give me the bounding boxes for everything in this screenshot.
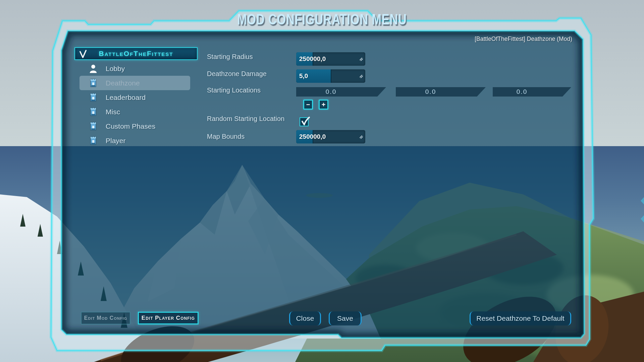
game-screen: MOD CONFIGURATION MENU [BattleOfTheFitte…: [0, 0, 644, 362]
field-label-starting-radius: Starting Radius: [207, 53, 253, 61]
location-value: 0.0: [326, 88, 357, 96]
page-title: MOD CONFIGURATION MENU: [237, 11, 407, 28]
field-label-starting-locations: Starting Locations: [207, 86, 261, 94]
sidebar-item-leaderboard[interactable]: Leaderboard: [79, 90, 190, 105]
location-value: 0.0: [517, 88, 547, 96]
sidebar-item-label: Lobby: [106, 64, 125, 72]
starting-location-value-3[interactable]: 0.0: [493, 87, 571, 97]
edit-mod-config-button[interactable]: Edit Mod Config: [81, 312, 130, 324]
mod-selector-dropdown[interactable]: BattleOfTheFittest: [74, 47, 198, 60]
castle-icon: [89, 136, 98, 145]
save-button[interactable]: Save: [329, 311, 362, 325]
starting-location-value-2[interactable]: 0.0: [396, 87, 486, 97]
field-label-map-bounds: Map Bounds: [207, 133, 245, 140]
sidebar-item-misc[interactable]: Misc: [79, 105, 190, 119]
deathzone-damage-input[interactable]: 5,0: [296, 69, 365, 83]
location-value: 0.0: [425, 88, 456, 96]
spinbox-drag-icon: [359, 74, 363, 78]
chevron-down-icon: [78, 49, 88, 59]
starting-radius-value: 250000,0: [299, 52, 326, 66]
field-label-random-starting-location: Random Starting Location: [207, 115, 284, 123]
sidebar-item-lobby[interactable]: Lobby: [79, 61, 190, 76]
field-label-deathzone-damage: Deathzone Damage: [207, 70, 267, 78]
sidebar-item-label: Leaderboard: [106, 93, 146, 101]
check-icon: [300, 116, 311, 127]
add-location-button[interactable]: +: [319, 100, 328, 110]
random-starting-location-checkbox[interactable]: [300, 117, 309, 126]
sidebar-item-label: Deathzone: [106, 79, 140, 87]
starting-radius-input[interactable]: 250000,0: [296, 52, 365, 66]
deathzone-damage-value: 5,0: [299, 69, 308, 83]
sidebar-item-deathzone[interactable]: Deathzone: [79, 76, 190, 90]
castle-icon: [89, 107, 98, 117]
close-button[interactable]: Close: [289, 311, 321, 325]
mod-selector-label: BattleOfTheFittest: [99, 50, 173, 58]
castle-icon: [89, 121, 98, 131]
edit-player-config-button[interactable]: Edit Player Config: [138, 312, 199, 324]
map-bounds-input[interactable]: 250000,0: [296, 130, 365, 143]
starting-location-value-1[interactable]: 0.0: [296, 87, 386, 97]
sidebar-item-label: Misc: [106, 108, 120, 116]
sidebar-item-player[interactable]: Player: [79, 133, 190, 148]
mod-context-label: [BattleOfTheFittest] Deathzone (Mod): [475, 36, 572, 43]
map-bounds-value: 250000,0: [299, 130, 326, 143]
spinbox-drag-icon: [359, 57, 363, 61]
spinbox-drag-icon: [359, 135, 363, 139]
person-icon: [89, 64, 98, 73]
sidebar-item-custom-phases[interactable]: Custom Phases: [79, 119, 190, 133]
reset-deathzone-button[interactable]: Reset Deathzone To Default: [470, 311, 571, 325]
remove-location-button[interactable]: −: [303, 100, 313, 110]
castle-icon: [89, 78, 98, 88]
castle-icon: [89, 93, 98, 102]
sidebar-item-label: Player: [106, 136, 126, 144]
sidebar-item-label: Custom Phases: [106, 122, 155, 130]
